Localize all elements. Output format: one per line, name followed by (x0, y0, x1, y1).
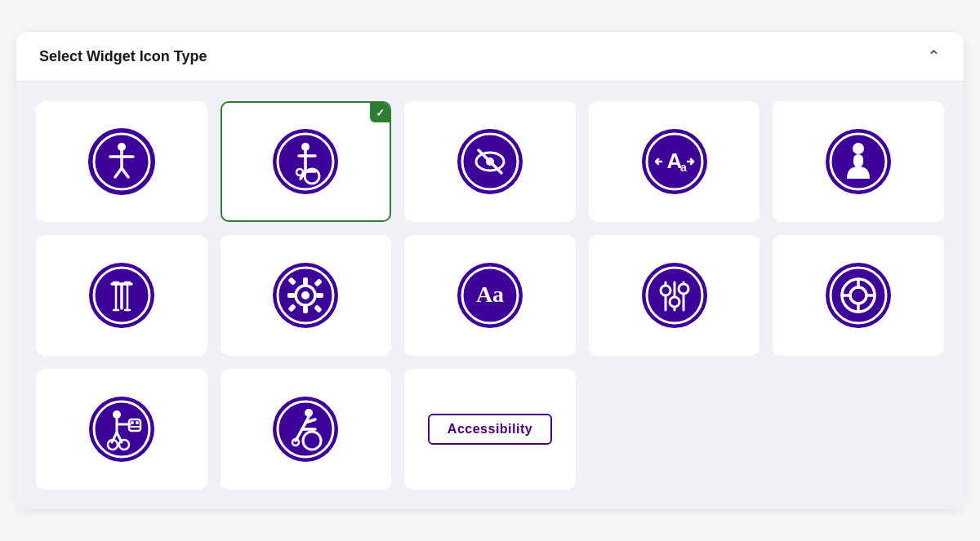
wheelchair-dynamic-icon (270, 393, 341, 465)
gear-icon (270, 259, 341, 331)
svg-rect-49 (316, 293, 323, 298)
accessibility-person-icon (86, 126, 158, 197)
svg-rect-47 (303, 306, 308, 313)
icon-grid-area: A a (16, 82, 964, 509)
svg-rect-31 (853, 154, 863, 167)
svg-text:a: a (680, 161, 687, 174)
svg-point-82 (136, 421, 139, 424)
accessibility-text-button[interactable]: Accessibility (428, 414, 552, 445)
person-machine-icon (86, 393, 158, 465)
svg-point-81 (131, 421, 134, 424)
icon-card-accessibility-text[interactable]: Accessibility (404, 369, 576, 490)
svg-rect-48 (287, 293, 295, 298)
icon-card-person-silhouette[interactable] (773, 101, 944, 222)
icon-card-font-size[interactable]: A a (589, 101, 760, 222)
collapse-chevron-icon[interactable]: ⌃ (927, 47, 941, 66)
font-size-icon: A a (639, 126, 710, 197)
text-cursor-icon (86, 259, 158, 331)
svg-rect-46 (303, 277, 308, 285)
panel-header: Select Widget Icon Type ⌃ (16, 32, 964, 82)
svg-point-45 (301, 291, 310, 299)
icon-card-text-cursor[interactable] (36, 235, 207, 356)
svg-point-62 (661, 286, 670, 295)
hidden-eye-icon (454, 126, 526, 197)
svg-point-64 (679, 284, 688, 294)
sliders-icon (639, 259, 710, 331)
person-silhouette-icon (822, 126, 894, 197)
icon-card-sliders[interactable] (589, 235, 760, 356)
font-aa-icon: Aa (454, 259, 526, 331)
wheelchair-icon (270, 126, 341, 197)
icon-grid: A a (36, 101, 944, 490)
panel-title: Select Widget Icon Type (39, 48, 207, 65)
icon-card-wheelchair-dynamic[interactable] (220, 369, 392, 490)
icon-card-hidden-eye[interactable] (404, 101, 576, 222)
svg-point-73 (89, 397, 154, 462)
icon-card-accessibility-person[interactable] (36, 101, 207, 222)
svg-point-63 (670, 297, 679, 307)
svg-text:Aa: Aa (476, 282, 504, 307)
icon-card-lifebuoy[interactable] (773, 235, 944, 356)
widget-icon-panel: Select Widget Icon Type ⌃ (16, 32, 964, 509)
icon-card-gear[interactable] (220, 235, 392, 356)
svg-point-30 (853, 143, 864, 154)
icon-card-wheelchair[interactable] (220, 101, 392, 222)
svg-point-65 (826, 263, 891, 328)
icon-card-font-aa[interactable]: Aa (404, 235, 576, 356)
lifebuoy-icon (822, 259, 894, 331)
icon-card-person-machine[interactable] (36, 369, 207, 490)
